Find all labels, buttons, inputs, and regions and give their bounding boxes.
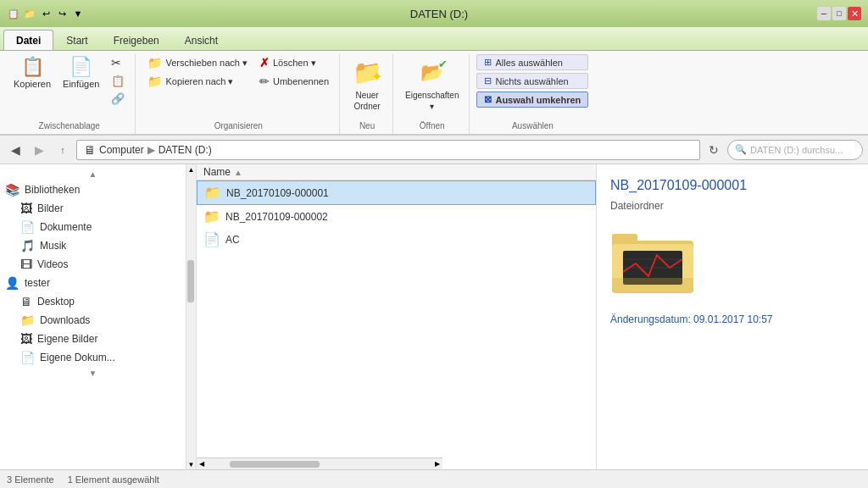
rename-button[interactable]: ✏ Umbenennen bbox=[254, 73, 334, 90]
address-bar: ◀ ▶ ↑ 🖥 Computer ▶ DATEN (D:) ↻ 🔍 DATEN … bbox=[0, 136, 868, 164]
file-name-0: NB_20170109-000001 bbox=[226, 187, 329, 199]
paste-button[interactable]: 📄 Einfügen bbox=[58, 54, 104, 93]
sidebar-item-downloads[interactable]: 📁 Downloads bbox=[0, 311, 186, 330]
scroll-thumb[interactable] bbox=[187, 260, 194, 302]
file-name-1: NB_20170109-000002 bbox=[225, 211, 328, 223]
ribbon-group-open: 📂 ✔ Eigenschaften▾ Öffnen bbox=[395, 54, 470, 134]
file-list-header[interactable]: Name ▲ bbox=[197, 164, 596, 180]
file-item-0[interactable]: 📁 NB_20170109-000001 bbox=[197, 180, 596, 205]
sidebar: ▲ 📚 Bibliotheken 🖼 Bilder 📄 Dokumente 🎵 … bbox=[0, 164, 186, 469]
forward-button[interactable]: ▶ bbox=[29, 140, 49, 160]
column-name: Name bbox=[203, 166, 231, 178]
dokumente-icon: 📄 bbox=[20, 220, 35, 234]
ribbon-group-select: ⊞ Alles auswählen ⊟ Nichts auswählen ⊠ A… bbox=[471, 54, 593, 134]
move-to-button[interactable]: 📁 Verschieben nach ▾ bbox=[142, 54, 253, 71]
hscroll-track[interactable] bbox=[207, 460, 432, 469]
sidebar-item-bibliotheken[interactable]: 📚 Bibliotheken bbox=[0, 180, 186, 199]
paste-label: Einfügen bbox=[63, 78, 99, 90]
ribbon-tabs: Datei Start Freigeben Ansicht bbox=[0, 27, 868, 51]
invert-label: Auswahl umkehren bbox=[495, 95, 581, 105]
folder-icon-1: 📁 bbox=[203, 208, 220, 225]
sidebar-item-tester[interactable]: 👤 tester bbox=[0, 274, 186, 292]
search-box[interactable]: 🔍 DATEN (D:) durchsu... bbox=[727, 140, 863, 160]
titlebar-icons[interactable]: 📋 📁 ↩ ↪ ▼ bbox=[7, 7, 85, 20]
delete-icon: ✗ bbox=[259, 56, 270, 69]
hscroll-thumb[interactable] bbox=[230, 461, 320, 468]
sidebar-item-musik[interactable]: 🎵 Musik bbox=[0, 236, 186, 255]
scroll-track[interactable] bbox=[186, 175, 196, 459]
properties-button[interactable]: 📂 ✔ Eigenschaften▾ bbox=[400, 54, 464, 115]
refresh-button[interactable]: ↻ bbox=[704, 140, 724, 160]
organize-col1: 📁 Verschieben nach ▾ 📁 Kopieren nach ▾ bbox=[142, 54, 253, 90]
file-item-2[interactable]: 📄 AC bbox=[197, 228, 596, 251]
sidebar-item-bilder[interactable]: 🖼 Bilder bbox=[0, 199, 186, 218]
hscroll-right-btn[interactable]: ▶ bbox=[432, 459, 442, 469]
close-button[interactable]: ✕ bbox=[848, 7, 861, 20]
desktop-label: Desktop bbox=[37, 296, 75, 308]
tab-start[interactable]: Start bbox=[53, 30, 100, 50]
main-content: ▲ 📚 Bibliotheken 🖼 Bilder 📄 Dokumente 🎵 … bbox=[0, 164, 868, 469]
sidebar-item-eigene-dokum[interactable]: 📄 Eigene Dokum... bbox=[0, 348, 186, 367]
scroll-up-btn[interactable]: ▲ bbox=[186, 164, 196, 175]
scroll-down-btn[interactable]: ▼ bbox=[186, 459, 196, 469]
eigene-dokum-label: Eigene Dokum... bbox=[40, 352, 115, 363]
title-bar: 📋 📁 ↩ ↪ ▼ DATEN (D:) ─ □ ✕ bbox=[0, 0, 868, 27]
maximize-button[interactable]: □ bbox=[832, 7, 846, 20]
path-computer[interactable]: Computer bbox=[99, 144, 144, 156]
open-items: 📂 ✔ Eigenschaften▾ bbox=[400, 54, 464, 118]
back-button[interactable]: ◀ bbox=[5, 140, 25, 160]
tester-label: tester bbox=[25, 277, 50, 289]
select-none-label: Nichts auswählen bbox=[495, 76, 568, 86]
sidebar-scroll-down[interactable]: ▼ bbox=[0, 367, 186, 380]
file-name-2: AC bbox=[225, 234, 240, 246]
delete-label: Löschen ▾ bbox=[273, 58, 316, 69]
tb-icon-folder[interactable]: 📁 bbox=[23, 7, 36, 20]
copy-to-icon: 📁 bbox=[147, 75, 162, 88]
link-button[interactable]: 🔗 bbox=[106, 91, 130, 107]
bibliotheken-label: Bibliotheken bbox=[25, 184, 80, 196]
tab-datei[interactable]: Datei bbox=[3, 30, 53, 50]
tester-icon: 👤 bbox=[5, 276, 19, 290]
delete-button[interactable]: ✗ Löschen ▾ bbox=[254, 54, 334, 71]
invert-icon: ⊠ bbox=[484, 94, 492, 105]
sidebar-item-videos[interactable]: 🎞 Videos bbox=[0, 255, 186, 274]
bilder-label: Bilder bbox=[37, 202, 64, 214]
folder-icon-0: 📁 bbox=[204, 185, 221, 201]
minimize-button[interactable]: ─ bbox=[817, 7, 831, 20]
tb-icon-dropdown[interactable]: ▼ bbox=[71, 7, 85, 20]
tb-icon-clipboard[interactable]: 📋 bbox=[7, 7, 20, 20]
svg-rect-6 bbox=[612, 278, 693, 291]
sidebar-item-eigene-bilder[interactable]: 🖼 Eigene Bilder bbox=[0, 330, 186, 348]
select-none-button[interactable]: ⊟ Nichts auswählen bbox=[476, 73, 588, 89]
path-drive[interactable]: DATEN (D:) bbox=[159, 144, 212, 156]
tb-icon-redo[interactable]: ↪ bbox=[55, 7, 69, 20]
sidebar-item-desktop[interactable]: 🖥 Desktop bbox=[0, 292, 186, 311]
address-path[interactable]: 🖥 Computer ▶ DATEN (D:) bbox=[76, 140, 700, 160]
ribbon: 📋 Kopieren 📄 Einfügen ✂ 📋 🔗 Zwischenabla… bbox=[0, 51, 868, 136]
move-icon: 📁 bbox=[147, 56, 162, 69]
tab-ansicht[interactable]: Ansicht bbox=[172, 30, 231, 50]
tab-freigeben[interactable]: Freigeben bbox=[101, 30, 172, 50]
select-all-button[interactable]: ⊞ Alles auswählen bbox=[476, 54, 588, 70]
copy-to-button[interactable]: 📁 Kopieren nach ▾ bbox=[142, 73, 253, 90]
invert-selection-button[interactable]: ⊠ Auswahl umkehren bbox=[476, 92, 588, 108]
copy-button[interactable]: 📋 Kopieren bbox=[8, 54, 56, 93]
preview-meta-value: 09.01.2017 10:57 bbox=[693, 313, 772, 325]
new-folder-button[interactable]: 📁 ✦ NeuerOrdner bbox=[347, 54, 387, 115]
file-item-1[interactable]: 📁 NB_20170109-000002 bbox=[197, 205, 596, 228]
paste-icon: 📄 bbox=[70, 58, 92, 76]
select-items: ⊞ Alles auswählen ⊟ Nichts auswählen ⊠ A… bbox=[476, 54, 588, 118]
sidebar-scrollbar[interactable]: ▲ ▼ bbox=[186, 164, 197, 469]
copy-small-button[interactable]: 📋 bbox=[106, 73, 130, 89]
search-icon: 🔍 bbox=[735, 144, 747, 155]
sidebar-item-dokumente[interactable]: 📄 Dokumente bbox=[0, 218, 186, 236]
preview-meta-label: Änderungsdatum: bbox=[610, 313, 691, 325]
cut-button[interactable]: ✂ bbox=[106, 54, 130, 71]
file-icon-2: 📄 bbox=[203, 231, 220, 247]
status-bar: 3 Elemente 1 Element ausgewählt bbox=[0, 469, 868, 488]
file-list-hscrollbar[interactable]: ◀ ▶ bbox=[197, 458, 442, 469]
up-button[interactable]: ↑ bbox=[53, 140, 73, 160]
tb-icon-undo[interactable]: ↩ bbox=[39, 7, 53, 20]
sidebar-scroll-up[interactable]: ▲ bbox=[0, 168, 186, 180]
hscroll-left-btn[interactable]: ◀ bbox=[197, 459, 207, 469]
